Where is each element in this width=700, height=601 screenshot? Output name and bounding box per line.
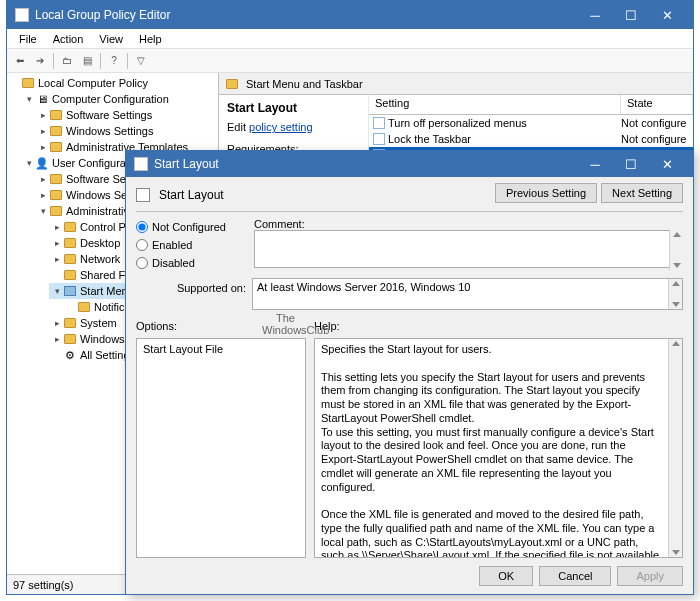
cancel-button[interactable]: Cancel — [539, 566, 611, 586]
maximize-button[interactable]: ☐ — [613, 5, 649, 25]
scrollbar[interactable] — [668, 279, 682, 309]
menubar: File Action View Help — [7, 29, 693, 49]
dialog-minimize-button[interactable]: ─ — [577, 154, 613, 174]
list-row[interactable]: Lock the TaskbarNot configure — [369, 131, 693, 147]
setting-item-icon — [373, 117, 385, 129]
state-radios: Not Configured Enabled Disabled — [136, 218, 246, 272]
app-icon — [15, 8, 29, 22]
start-layout-dialog: Start Layout ─ ☐ ✕ Start Layout Previous… — [125, 150, 694, 595]
help-box[interactable]: Specifies the Start layout for users.Thi… — [314, 338, 683, 558]
supported-field: At least Windows Server 2016, Windows 10 — [252, 278, 683, 310]
toolbar: ⬅ ➔ 🗀 ▤ ? ▽ — [7, 49, 693, 73]
list-row[interactable]: Turn off personalized menusNot configure — [369, 115, 693, 131]
col-setting[interactable]: Setting — [369, 95, 621, 114]
back-icon[interactable]: ⬅ — [11, 52, 29, 70]
menu-file[interactable]: File — [11, 31, 45, 47]
options-label: Options: — [136, 320, 306, 332]
setting-cell: Lock the Taskbar — [369, 133, 621, 145]
path-text: Start Menu and Taskbar — [246, 78, 363, 90]
list-icon[interactable]: ▤ — [78, 52, 96, 70]
setting-item-icon — [373, 133, 385, 145]
help-label: Help: — [314, 320, 683, 332]
toolbar-sep — [53, 53, 54, 69]
col-state[interactable]: State — [621, 95, 693, 114]
scrollbar[interactable] — [668, 339, 682, 557]
next-setting-button[interactable]: Next Setting — [601, 183, 683, 203]
apply-button[interactable]: Apply — [617, 566, 683, 586]
menu-help[interactable]: Help — [131, 31, 170, 47]
state-cell: Not configure — [621, 133, 693, 145]
setting-heading: Start Layout — [227, 101, 360, 115]
path-bar: Start Menu and Taskbar — [219, 73, 693, 95]
dialog-heading: Start Layout — [159, 188, 224, 202]
edit-link-row: Edit policy setting — [227, 121, 360, 133]
minimize-button[interactable]: ─ — [577, 5, 613, 25]
tree-root[interactable]: Local Computer Policy — [7, 75, 218, 91]
titlebar: Local Group Policy Editor ─ ☐ ✕ — [7, 1, 693, 29]
forward-icon[interactable]: ➔ — [31, 52, 49, 70]
setting-icon — [136, 189, 150, 201]
ok-button[interactable]: OK — [479, 566, 533, 586]
tree-item[interactable]: ▸Windows Settings — [35, 123, 218, 139]
menu-view[interactable]: View — [91, 31, 131, 47]
help-text: Specifies the Start layout for users.Thi… — [321, 343, 659, 558]
radio-disabled[interactable]: Disabled — [136, 254, 246, 272]
dialog-maximize-button[interactable]: ☐ — [613, 154, 649, 174]
window-title: Local Group Policy Editor — [35, 8, 577, 22]
setting-cell: Turn off personalized menus — [369, 117, 621, 129]
options-box: Start Layout File — [136, 338, 306, 558]
filter-icon[interactable]: ▽ — [132, 52, 150, 70]
supported-label: Supported on: — [136, 278, 246, 294]
folder-icon[interactable]: 🗀 — [58, 52, 76, 70]
options-text: Start Layout File — [143, 343, 223, 355]
comment-field[interactable] — [254, 230, 683, 268]
dialog-title: Start Layout — [154, 157, 577, 171]
edit-policy-link[interactable]: policy setting — [249, 121, 313, 133]
menu-action[interactable]: Action — [45, 31, 92, 47]
tree-cc[interactable]: ▾🖥Computer Configuration — [21, 91, 218, 107]
comment-label: Comment: — [254, 218, 683, 230]
previous-setting-button[interactable]: Previous Setting — [495, 183, 597, 203]
dialog-close-button[interactable]: ✕ — [649, 154, 685, 174]
toolbar-sep — [100, 53, 101, 69]
list-header: Setting State — [369, 95, 693, 115]
dialog-icon — [134, 157, 148, 171]
dialog-titlebar: Start Layout ─ ☐ ✕ — [126, 151, 693, 177]
radio-not-configured[interactable]: Not Configured — [136, 218, 246, 236]
tree-item[interactable]: ▸Software Settings — [35, 107, 218, 123]
help-icon[interactable]: ? — [105, 52, 123, 70]
radio-enabled[interactable]: Enabled — [136, 236, 246, 254]
toolbar-sep — [127, 53, 128, 69]
status-text: 97 setting(s) — [13, 579, 74, 591]
folder-icon — [225, 78, 239, 90]
state-cell: Not configure — [621, 117, 693, 129]
separator — [136, 211, 683, 212]
close-button[interactable]: ✕ — [649, 5, 685, 25]
scrollbar[interactable] — [669, 230, 683, 270]
